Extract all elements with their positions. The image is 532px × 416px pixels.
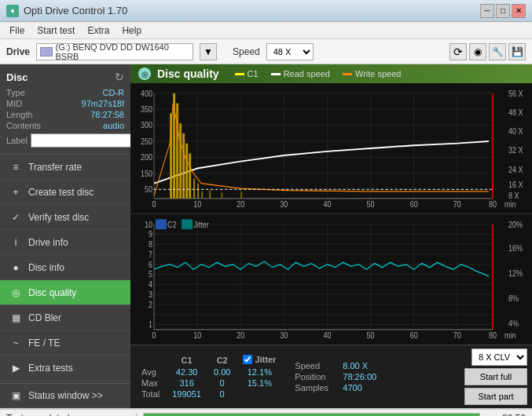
- legend-write-speed-label: Write speed: [355, 69, 402, 78]
- menu-bar: File Start test Extra Help: [0, 22, 532, 39]
- svg-text:200: 200: [141, 152, 152, 162]
- svg-rect-23: [182, 133, 185, 199]
- svg-text:30: 30: [280, 199, 288, 209]
- chart2-container: 10 9 8 7 6 5 4 3 2 1 0 10 20 30 40 50: [130, 214, 532, 345]
- sidebar-item-extra-tests[interactable]: ▶ Extra tests: [0, 356, 130, 381]
- svg-rect-22: [179, 123, 182, 199]
- svg-text:70: 70: [453, 199, 461, 209]
- cd-bler-icon: ▦: [9, 312, 22, 324]
- legend-read-speed: Read speed: [271, 69, 330, 78]
- position-val: 78:26:00: [343, 372, 376, 381]
- legend-c1-label: C1: [248, 69, 259, 78]
- minimize-button[interactable]: ─: [480, 4, 494, 18]
- svg-text:8: 8: [149, 239, 152, 249]
- sidebar-item-disc-info[interactable]: ● Disc info: [0, 255, 130, 280]
- jitter-checkbox[interactable]: [243, 355, 252, 364]
- svg-text:30: 30: [280, 330, 288, 340]
- sidebar-item-label: CD Bler: [28, 312, 61, 323]
- svg-text:8%: 8%: [508, 294, 519, 303]
- drive-action-buttons: ⟳ ◉ 🔧 💾: [449, 43, 526, 60]
- start-full-button[interactable]: Start full: [464, 368, 527, 385]
- drive-select[interactable]: (G:) BENQ DVD DD DW1640 BSRB: [36, 43, 193, 60]
- svg-text:3: 3: [149, 290, 152, 299]
- sidebar-item-fe-te[interactable]: ~ FE / TE: [0, 330, 130, 356]
- stats-table: C1 C2 Jitter Avg 42.30: [135, 354, 282, 400]
- svg-text:4: 4: [149, 279, 152, 289]
- drive-save-button[interactable]: 💾: [508, 43, 526, 60]
- sidebar-item-cd-bler[interactable]: ▦ CD Bler: [0, 305, 130, 330]
- menu-start-test[interactable]: Start test: [31, 24, 81, 38]
- samples-key: Samples: [295, 383, 338, 392]
- jitter-header-label: Jitter: [255, 355, 276, 364]
- sidebar-item-label: Extra tests: [28, 363, 73, 374]
- drive-eject-button[interactable]: ▼: [200, 43, 217, 60]
- svg-text:2: 2: [149, 300, 152, 309]
- svg-text:70: 70: [453, 330, 461, 340]
- menu-extra[interactable]: Extra: [81, 24, 116, 38]
- main-area: Disc ↻ TypeCD-R MID97m27s18f Length78:27…: [0, 64, 532, 408]
- drive-option1-button[interactable]: ◉: [469, 43, 486, 60]
- disc-length-label: Length: [6, 110, 33, 119]
- stats-avg-c1: 42.30: [166, 367, 207, 378]
- sidebar-item-label: Verify test disc: [28, 212, 89, 223]
- speed-select[interactable]: 48 X: [266, 43, 314, 60]
- drive-read-button[interactable]: ⟳: [449, 43, 467, 60]
- disc-label-key: Label: [6, 136, 28, 145]
- verify-test-disc-icon: ✓: [9, 211, 22, 224]
- time-display: 09:56: [486, 413, 526, 416]
- sidebar-item-disc-quality[interactable]: ◎ Disc quality: [0, 280, 130, 305]
- menu-file[interactable]: File: [3, 24, 31, 38]
- svg-text:40 X: 40 X: [508, 126, 523, 136]
- svg-rect-30: [221, 192, 222, 199]
- menu-help[interactable]: Help: [116, 24, 148, 38]
- start-part-button[interactable]: Start part: [464, 388, 527, 405]
- content-header: ◎ Disc quality C1 Read speed Write speed: [130, 64, 532, 83]
- sidebar-item-create-test-disc[interactable]: + Create test disc: [0, 180, 130, 205]
- window-controls: ─ □ ✕: [480, 4, 526, 18]
- disc-mid-value: 97m27s18f: [82, 99, 124, 108]
- create-test-disc-icon: +: [9, 186, 22, 199]
- svg-text:48 X: 48 X: [508, 108, 523, 117]
- stats-bar: C1 C2 Jitter Avg 42.30: [130, 345, 532, 408]
- svg-text:10: 10: [193, 199, 201, 209]
- sidebar-item-transfer-rate[interactable]: ≡ Transfer rate: [0, 155, 130, 180]
- svg-text:40: 40: [323, 330, 331, 340]
- stats-header-empty: [135, 354, 166, 367]
- svg-rect-104: [156, 219, 167, 229]
- title-bar: ♦ Opti Drive Control 1.70 ─ □ ✕: [0, 0, 532, 22]
- svg-text:80: 80: [489, 330, 497, 340]
- disc-length-value: 78:27:58: [90, 110, 124, 119]
- stats-row-total: Total 199051 0: [135, 389, 282, 400]
- svg-text:50: 50: [367, 330, 375, 340]
- sidebar-item-drive-info[interactable]: i Drive info: [0, 230, 130, 255]
- svg-text:C2: C2: [167, 220, 177, 229]
- disc-title: Disc: [6, 71, 28, 83]
- stats-header-c1: C1: [166, 354, 207, 367]
- drive-option2-button[interactable]: 🔧: [489, 43, 506, 60]
- disc-label-input[interactable]: [31, 133, 141, 148]
- svg-text:250: 250: [141, 137, 152, 146]
- svg-text:7: 7: [149, 250, 152, 259]
- disc-refresh-button[interactable]: ↻: [115, 71, 124, 83]
- clv-select[interactable]: 8 X CLV: [471, 348, 527, 366]
- sidebar-item-status-window[interactable]: ▣ Status window >>: [0, 383, 130, 408]
- stats-samples-row: Samples 4700: [295, 383, 376, 392]
- svg-text:10: 10: [145, 220, 152, 229]
- svg-text:350: 350: [141, 104, 152, 114]
- action-block: 8 X CLV Start full Start part: [464, 348, 527, 405]
- stats-total-c1: 199051: [166, 389, 207, 400]
- sidebar-item-verify-test-disc[interactable]: ✓ Verify test disc: [0, 205, 130, 230]
- svg-text:20: 20: [237, 199, 244, 209]
- svg-rect-27: [197, 184, 199, 199]
- close-button[interactable]: ✕: [512, 4, 526, 18]
- legend-write-speed: Write speed: [343, 69, 402, 78]
- disc-type-value: CD-R: [103, 88, 125, 97]
- svg-text:150: 150: [141, 169, 152, 178]
- svg-text:20: 20: [237, 330, 244, 340]
- svg-text:min: min: [504, 330, 516, 340]
- svg-text:50: 50: [145, 184, 152, 194]
- disc-contents-value: audio: [103, 121, 124, 130]
- drive-label: Drive: [6, 46, 30, 57]
- app-icon: ♦: [6, 5, 19, 17]
- maximize-button[interactable]: □: [496, 4, 510, 18]
